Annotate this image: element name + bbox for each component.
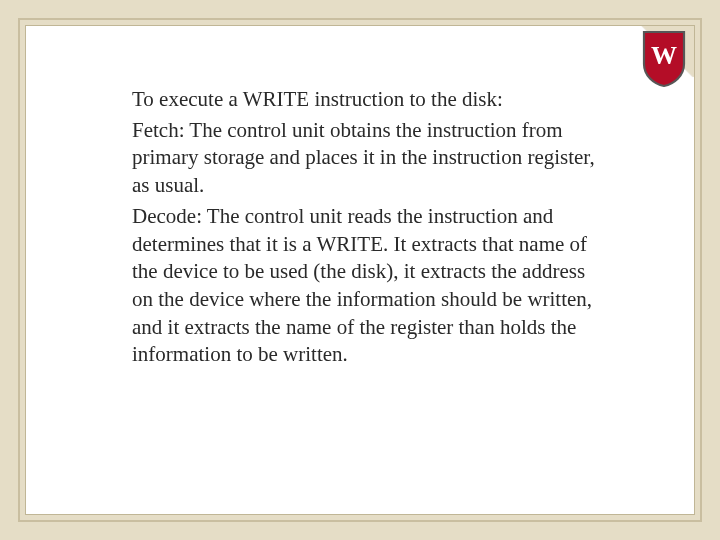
- outer-frame: To execute a WRITE instruction to the di…: [18, 18, 702, 522]
- paragraph-decode: Decode: The control unit reads the instr…: [132, 203, 608, 369]
- crest-letter: W: [651, 41, 677, 70]
- uw-crest-icon: W: [642, 30, 686, 92]
- slide: To execute a WRITE instruction to the di…: [0, 0, 720, 540]
- paragraph-intro: To execute a WRITE instruction to the di…: [132, 86, 608, 114]
- inner-frame: To execute a WRITE instruction to the di…: [25, 25, 695, 515]
- body-text: To execute a WRITE instruction to the di…: [132, 86, 608, 372]
- paragraph-fetch: Fetch: The control unit obtains the inst…: [132, 117, 608, 200]
